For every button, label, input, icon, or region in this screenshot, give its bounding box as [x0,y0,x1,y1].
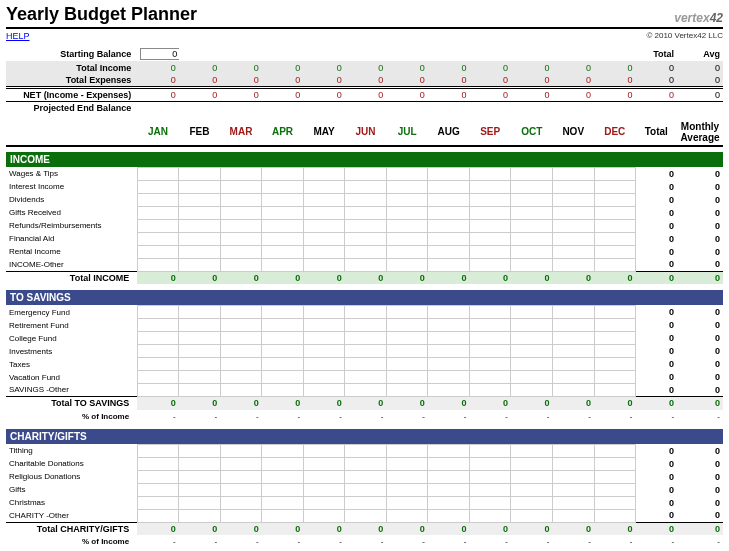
cell[interactable] [511,496,553,509]
cell[interactable] [345,167,387,180]
cell[interactable] [386,167,428,180]
cell[interactable] [345,193,387,206]
cell[interactable] [594,444,636,457]
cell[interactable] [386,384,428,397]
cell[interactable] [345,470,387,483]
cell[interactable] [594,167,636,180]
cell[interactable] [262,167,304,180]
cell[interactable] [594,457,636,470]
cell[interactable] [303,332,345,345]
cell[interactable] [552,345,594,358]
cell[interactable] [386,371,428,384]
cell[interactable] [511,319,553,332]
cell[interactable] [220,384,262,397]
cell[interactable] [303,245,345,258]
cell[interactable] [262,306,304,319]
cell[interactable] [345,306,387,319]
cell[interactable] [345,358,387,371]
cell[interactable] [345,483,387,496]
cell[interactable] [262,245,304,258]
cell[interactable] [428,193,470,206]
cell[interactable] [303,180,345,193]
cell[interactable] [386,258,428,271]
cell[interactable] [137,457,179,470]
cell[interactable] [220,358,262,371]
cell[interactable] [469,345,511,358]
cell[interactable] [552,219,594,232]
cell[interactable] [511,444,553,457]
cell[interactable] [552,167,594,180]
cell[interactable] [137,332,179,345]
cell[interactable] [220,193,262,206]
cell[interactable] [469,180,511,193]
cell[interactable] [594,470,636,483]
cell[interactable] [220,245,262,258]
cell[interactable] [469,306,511,319]
cell[interactable] [428,306,470,319]
cell[interactable] [552,358,594,371]
cell[interactable] [220,444,262,457]
cell[interactable] [262,345,304,358]
cell[interactable] [511,167,553,180]
cell[interactable] [552,444,594,457]
cell[interactable] [137,258,179,271]
cell[interactable] [303,483,345,496]
cell[interactable] [552,457,594,470]
cell[interactable] [469,444,511,457]
cell[interactable] [552,193,594,206]
cell[interactable] [137,345,179,358]
cell[interactable] [386,306,428,319]
cell[interactable] [552,384,594,397]
cell[interactable] [262,483,304,496]
cell[interactable] [345,345,387,358]
cell[interactable] [469,358,511,371]
cell[interactable] [469,483,511,496]
cell[interactable] [594,258,636,271]
cell[interactable] [137,232,179,245]
cell[interactable] [220,180,262,193]
cell[interactable] [345,384,387,397]
cell[interactable] [345,245,387,258]
cell[interactable] [220,470,262,483]
cell[interactable] [262,180,304,193]
cell[interactable] [262,509,304,522]
cell[interactable] [511,457,553,470]
cell[interactable] [428,345,470,358]
cell[interactable] [594,180,636,193]
cell[interactable] [428,444,470,457]
cell[interactable] [428,457,470,470]
cell[interactable] [179,509,221,522]
cell[interactable] [179,180,221,193]
cell[interactable] [303,319,345,332]
cell[interactable] [511,193,553,206]
cell[interactable] [511,483,553,496]
cell[interactable] [594,332,636,345]
cell[interactable] [345,180,387,193]
cell[interactable] [137,496,179,509]
cell[interactable] [594,371,636,384]
cell[interactable] [469,457,511,470]
cell[interactable] [428,470,470,483]
cell[interactable] [220,232,262,245]
cell[interactable] [428,496,470,509]
cell[interactable] [137,509,179,522]
cell[interactable] [386,358,428,371]
cell[interactable] [469,496,511,509]
cell[interactable] [428,206,470,219]
cell[interactable] [220,167,262,180]
cell[interactable] [179,345,221,358]
cell[interactable] [386,193,428,206]
cell[interactable] [262,470,304,483]
cell[interactable] [469,232,511,245]
cell[interactable] [386,219,428,232]
cell[interactable] [137,483,179,496]
cell[interactable] [303,193,345,206]
cell[interactable] [179,371,221,384]
cell[interactable] [594,306,636,319]
cell[interactable] [179,444,221,457]
cell[interactable] [345,444,387,457]
cell[interactable] [511,358,553,371]
cell[interactable] [303,258,345,271]
cell[interactable] [594,193,636,206]
cell[interactable] [262,319,304,332]
